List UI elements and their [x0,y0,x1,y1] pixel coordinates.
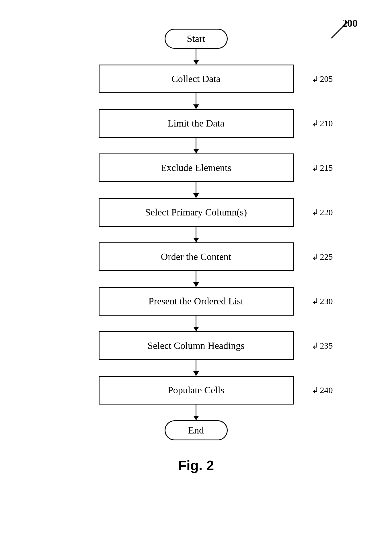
end-node: End [165,420,228,440]
arrow-210-to-215 [196,138,196,153]
arrow-235-to-240 [196,360,196,376]
arrow-225-to-230 [196,271,196,287]
step-label-210: ↲ 210 [312,118,333,129]
step-label-235: ↲ 235 [312,341,333,351]
box-230-label: Present the Ordered List [149,296,243,307]
step-number-225: 225 [320,252,333,262]
box-205: Collect Data ↲ 205 [99,65,294,93]
arrow-205-to-210 [196,93,196,109]
box-215: Exclude Elements ↲ 215 [99,153,294,182]
box-210-label: Limit the Data [167,118,224,129]
box-240: Populate Cells ↲ 240 [99,376,294,405]
step-label-240: ↲ 240 [312,385,333,395]
step-row-205: Collect Data ↲ 205 [99,65,294,93]
step-label-hook-220: ↲ [312,207,319,217]
box-235-label: Select Column Headings [147,340,244,351]
figure-caption: Fig. 2 [178,458,214,473]
box-240-label: Populate Cells [168,385,224,396]
step-number-235: 235 [320,341,333,351]
box-220-label: Select Primary Column(s) [145,207,247,218]
step-number-230: 230 [320,296,333,306]
box-225: Order the Content ↲ 225 [99,242,294,271]
box-215-label: Exclude Elements [161,162,231,173]
step-label-hook-230: ↲ [312,296,319,306]
start-label: Start [187,33,205,44]
end-label: End [188,425,204,436]
box-230: Present the Ordered List ↲ 230 [99,287,294,316]
step-row-215: Exclude Elements ↲ 215 [99,153,294,182]
arrow-240-to-end [196,405,196,420]
step-row-220: Select Primary Column(s) ↲ 220 [99,198,294,227]
step-number-240: 240 [320,385,333,395]
step-row-210: Limit the Data ↲ 210 [99,109,294,138]
box-210: Limit the Data ↲ 210 [99,109,294,138]
arrow-start-to-205 [196,49,196,65]
step-label-215: ↲ 215 [312,163,333,173]
step-label-hook-235: ↲ [312,341,319,351]
step-row-235: Select Column Headings ↲ 235 [99,331,294,360]
step-label-225: ↲ 225 [312,252,333,262]
box-225-label: Order the Content [161,251,231,262]
step-row-225: Order the Content ↲ 225 [99,242,294,271]
box-205-label: Collect Data [171,73,221,84]
box-235: Select Column Headings ↲ 235 [99,331,294,360]
flowchart: Start Collect Data ↲ 205 Limit the Data … [99,29,294,440]
step-label-hook-210: ↲ [312,118,319,129]
start-node: Start [165,29,228,49]
step-row-230: Present the Ordered List ↲ 230 [99,287,294,316]
arrow-220-to-225 [196,227,196,242]
step-number-210: 210 [320,118,333,128]
figure-number-label: 200 [342,17,358,29]
step-row-240: Populate Cells ↲ 240 [99,376,294,405]
step-label-205: ↲ 205 [312,74,333,84]
box-220: Select Primary Column(s) ↲ 220 [99,198,294,227]
step-label-hook-205: ↲ [312,74,319,84]
step-label-220: ↲ 220 [312,207,333,217]
step-number-205: 205 [320,74,333,84]
step-label-hook-240: ↲ [312,385,319,395]
diagram-container: 200 Start Collect Data ↲ 205 Limit the D… [0,0,392,558]
step-label-230: ↲ 230 [312,296,333,306]
step-label-hook-225: ↲ [312,252,319,262]
figure-label-arrow-line [331,22,348,38]
arrow-215-to-220 [196,182,196,198]
step-label-hook-215: ↲ [312,163,319,173]
arrow-230-to-235 [196,316,196,331]
step-number-215: 215 [320,163,333,173]
step-number-220: 220 [320,207,333,217]
